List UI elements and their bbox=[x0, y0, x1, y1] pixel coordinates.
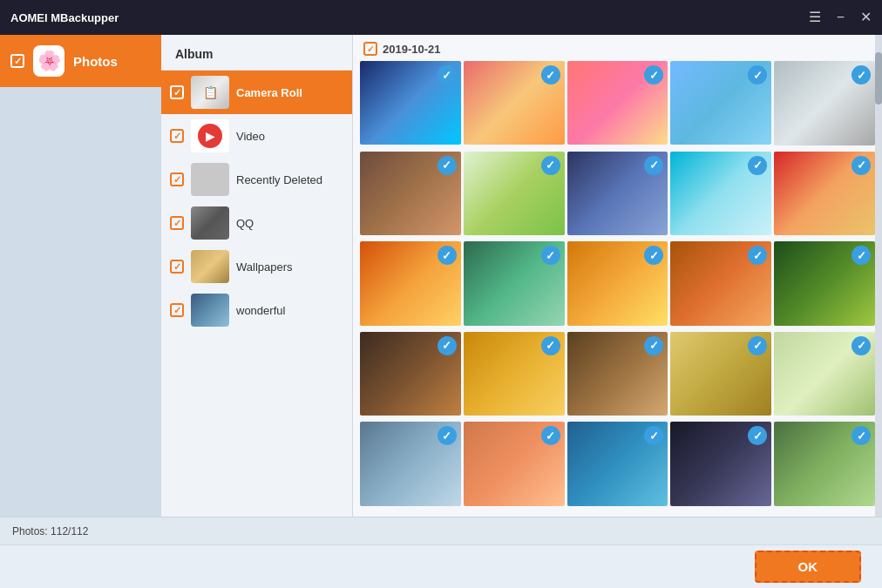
photo-cell-5[interactable]: ✓ bbox=[774, 61, 875, 145]
photo-cell-3[interactable]: ✓ bbox=[567, 61, 668, 145]
photo-cell-25[interactable]: ✓ bbox=[774, 422, 875, 506]
album-item-qq[interactable]: QQ bbox=[161, 201, 352, 245]
titlebar: AOMEI MBackupper ☰ − ✕ bbox=[0, 0, 882, 35]
photo-check-badge-5: ✓ bbox=[851, 65, 871, 84]
album-header: Album bbox=[161, 35, 352, 71]
ok-bar: OK bbox=[0, 544, 882, 588]
photo-cell-18[interactable]: ✓ bbox=[567, 332, 668, 416]
qq-checkbox[interactable] bbox=[170, 216, 184, 230]
photo-cell-9[interactable]: ✓ bbox=[670, 152, 771, 235]
photo-cell-17[interactable]: ✓ bbox=[464, 332, 565, 416]
photo-check-badge-8: ✓ bbox=[644, 156, 663, 175]
status-text: Photos: 112/112 bbox=[12, 525, 88, 537]
photo-check-badge-7: ✓ bbox=[541, 156, 560, 175]
photo-check-badge-1: ✓ bbox=[438, 65, 457, 84]
album-item-wonderful[interactable]: wonderful bbox=[161, 288, 352, 332]
main-window: 🌸 Photos Album 📋 Camera Roll bbox=[0, 35, 882, 588]
photo-cell-23[interactable]: ✓ bbox=[567, 422, 668, 505]
photo-cell-21[interactable]: ✓ bbox=[360, 422, 461, 505]
photo-check-badge-3: ✓ bbox=[644, 65, 663, 84]
minimize-icon[interactable]: − bbox=[837, 10, 845, 24]
wonderful-label: wonderful bbox=[236, 304, 285, 317]
photo-cell-4[interactable]: ✓ bbox=[670, 61, 771, 145]
date-label: 2019-10-21 bbox=[383, 43, 441, 56]
photo-check-badge-22: ✓ bbox=[541, 426, 560, 445]
photo-cell-1[interactable]: ✓ bbox=[360, 61, 461, 145]
photo-check-badge-9: ✓ bbox=[748, 156, 767, 175]
photo-grid-area: 2019-10-21 ✓✓✓✓✓✓✓✓✓✓✓✓✓✓✓✓✓✓✓✓✓✓✓✓✓ bbox=[353, 35, 882, 517]
recently-deleted-label: Recently Deleted bbox=[236, 173, 322, 186]
photo-cell-12[interactable]: ✓ bbox=[464, 241, 565, 325]
wallpapers-checkbox[interactable] bbox=[170, 260, 184, 274]
photo-check-badge-11: ✓ bbox=[438, 246, 457, 265]
date-header: 2019-10-21 bbox=[353, 35, 882, 61]
photo-cell-22[interactable]: ✓ bbox=[464, 422, 565, 505]
album-item-wallpapers[interactable]: Wallpapers bbox=[161, 245, 352, 288]
recently-deleted-thumb bbox=[191, 163, 229, 196]
scrollbar-thumb[interactable] bbox=[875, 52, 882, 105]
sidebar-label: Photos bbox=[73, 54, 118, 69]
camera-roll-checkbox[interactable] bbox=[170, 85, 184, 99]
photo-cell-20[interactable]: ✓ bbox=[774, 332, 875, 416]
photo-cell-14[interactable]: ✓ bbox=[670, 241, 771, 325]
wallpapers-label: Wallpapers bbox=[236, 260, 293, 274]
wallpapers-thumb bbox=[191, 250, 229, 283]
photo-check-badge-12: ✓ bbox=[541, 246, 560, 265]
recently-deleted-checkbox[interactable] bbox=[170, 172, 184, 186]
photo-cell-7[interactable]: ✓ bbox=[464, 152, 565, 235]
photos-icon: 🌸 bbox=[37, 50, 61, 72]
video-label: Video bbox=[236, 130, 265, 143]
photo-cell-19[interactable]: ✓ bbox=[670, 332, 771, 416]
photo-check-badge-6: ✓ bbox=[438, 156, 457, 175]
photo-check-badge-24: ✓ bbox=[748, 426, 767, 445]
wonderful-thumb bbox=[191, 294, 229, 327]
content-area: 🌸 Photos Album 📋 Camera Roll bbox=[0, 35, 882, 517]
video-icon: ▶ bbox=[198, 124, 222, 148]
list-icon[interactable]: ☰ bbox=[809, 10, 821, 24]
photo-cell-11[interactable]: ✓ bbox=[360, 241, 461, 325]
album-item-video[interactable]: ▶ Video bbox=[161, 114, 352, 158]
photo-check-badge-25: ✓ bbox=[851, 426, 871, 445]
album-item-recently-deleted[interactable]: Recently Deleted bbox=[161, 158, 352, 201]
photo-cell-10[interactable]: ✓ bbox=[774, 152, 875, 236]
photo-check-badge-20: ✓ bbox=[851, 336, 871, 355]
photo-check-badge-14: ✓ bbox=[748, 246, 767, 265]
photo-check-badge-19: ✓ bbox=[748, 336, 767, 355]
photo-check-badge-17: ✓ bbox=[541, 336, 560, 355]
photos-checkbox[interactable] bbox=[10, 54, 24, 68]
wonderful-checkbox[interactable] bbox=[170, 303, 184, 317]
video-checkbox[interactable] bbox=[170, 129, 184, 143]
close-icon[interactable]: ✕ bbox=[860, 10, 872, 24]
photo-cell-15[interactable]: ✓ bbox=[774, 241, 875, 326]
qq-thumb bbox=[191, 206, 229, 240]
photo-cell-24[interactable]: ✓ bbox=[670, 422, 771, 505]
sidebar: 🌸 Photos bbox=[0, 35, 161, 517]
photo-check-badge-2: ✓ bbox=[541, 65, 560, 84]
app-title: AOMEI MBackupper bbox=[10, 11, 119, 24]
photo-cell-16[interactable]: ✓ bbox=[360, 332, 461, 416]
photo-check-badge-15: ✓ bbox=[851, 246, 871, 265]
statusbar: Photos: 112/112 bbox=[0, 517, 882, 544]
photo-check-badge-23: ✓ bbox=[644, 426, 663, 445]
album-item-camera-roll[interactable]: 📋 Camera Roll bbox=[161, 71, 352, 114]
photo-grid: ✓✓✓✓✓✓✓✓✓✓✓✓✓✓✓✓✓✓✓✓✓✓✓✓✓ bbox=[353, 61, 882, 517]
ok-button[interactable]: OK bbox=[755, 551, 862, 583]
photo-cell-13[interactable]: ✓ bbox=[567, 241, 668, 325]
photos-icon-wrap: 🌸 bbox=[33, 45, 64, 77]
video-thumb: ▶ bbox=[191, 119, 229, 152]
date-checkbox[interactable] bbox=[363, 42, 377, 56]
camera-roll-label: Camera Roll bbox=[236, 86, 302, 99]
photo-check-badge-18: ✓ bbox=[644, 336, 663, 355]
photo-cell-8[interactable]: ✓ bbox=[567, 152, 668, 235]
photo-cell-6[interactable]: ✓ bbox=[360, 152, 461, 235]
album-list: 📋 Camera Roll ▶ Video bbox=[161, 71, 352, 517]
photo-check-badge-16: ✓ bbox=[438, 336, 457, 355]
qq-label: QQ bbox=[236, 217, 254, 230]
photo-check-badge-13: ✓ bbox=[644, 246, 663, 265]
photo-check-badge-10: ✓ bbox=[851, 156, 871, 175]
photo-check-badge-4: ✓ bbox=[748, 65, 767, 84]
scrollbar-track[interactable] bbox=[875, 35, 882, 517]
photo-check-badge-21: ✓ bbox=[438, 426, 457, 445]
album-panel: Album 📋 Camera Roll ▶ bbox=[161, 35, 353, 517]
photo-cell-2[interactable]: ✓ bbox=[464, 61, 565, 145]
